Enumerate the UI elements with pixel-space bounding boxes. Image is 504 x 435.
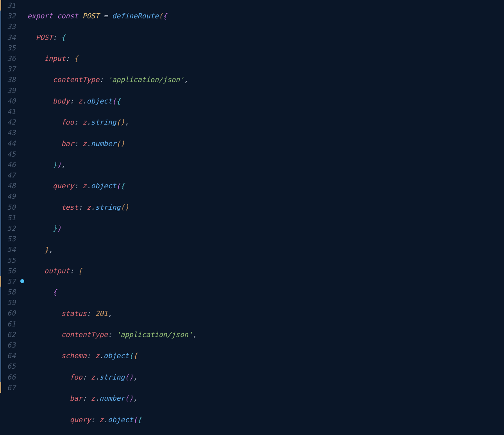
code-line[interactable]: schema: z.object({ [27,350,504,361]
line-number: 57 [0,276,16,287]
code-line[interactable]: { [27,287,504,297]
line-number: 51 [0,212,16,223]
code-line[interactable]: status: 201, [27,308,504,319]
line-number: 56 [0,266,16,276]
code-line[interactable]: }) [27,223,504,234]
code-line[interactable]: test: z.string() [27,202,504,212]
code-line[interactable]: bar: z.number(), [27,393,504,403]
code-line[interactable]: POST: { [27,32,504,43]
code-line[interactable]: contentType: 'application/json', [27,329,504,340]
code-line[interactable]: query: z.object({ [27,180,504,191]
line-number: 67 [0,382,16,393]
line-number: 40 [0,96,16,106]
code-line[interactable]: body: z.object({ [27,96,504,106]
glyph-margin [19,0,27,435]
line-number: 38 [0,74,16,85]
line-number: 34 [0,32,16,43]
line-number: 58 [0,287,16,297]
code-line[interactable]: }, [27,244,504,255]
line-number: 44 [0,138,16,148]
line-number: 31 [0,0,16,11]
code-line[interactable]: input: { [27,53,504,64]
line-number: 66 [0,372,16,382]
line-number: 36 [0,53,16,64]
code-line[interactable]: contentType: 'application/json', [27,74,504,85]
line-number: 52 [0,223,16,234]
line-number: 37 [0,64,16,74]
line-number: 54 [0,244,16,255]
line-number-gutter: 31 32 33 34 35 36 37 38 39 40 41 42 43 4… [0,0,19,435]
line-number: 43 [0,127,16,138]
line-number: 33 [0,21,16,32]
code-editor[interactable]: 31 32 33 34 35 36 37 38 39 40 41 42 43 4… [0,0,504,435]
line-number: 35 [0,43,16,53]
code-line[interactable]: query: z.object({ [27,414,504,425]
line-number: 55 [0,255,16,266]
code-line[interactable]: bar: z.number() [27,138,504,149]
line-number: 45 [0,149,16,159]
code-line[interactable]: foo: z.string(), [27,117,504,127]
line-number: 49 [0,191,16,201]
line-number: 61 [0,319,16,329]
line-number: 46 [0,159,16,170]
line-number: 48 [0,180,16,191]
line-number: 47 [0,170,16,180]
code-line[interactable]: }), [27,159,504,170]
line-number: 32 [0,11,16,21]
line-number: 39 [0,85,16,96]
line-number: 60 [0,308,16,318]
line-number: 62 [0,329,16,340]
line-number: 41 [0,106,16,117]
line-number: 50 [0,202,16,212]
line-number: 53 [0,234,16,244]
line-number: 65 [0,361,16,371]
line-number: 64 [0,350,16,361]
code-line[interactable]: export const POST = defineRoute({ [27,11,504,21]
line-number: 42 [0,117,16,127]
line-number: 63 [0,340,16,350]
breakpoint-hint-icon[interactable] [19,276,27,287]
line-number: 59 [0,297,16,308]
code-line[interactable]: foo: z.string(), [27,372,504,382]
code-area[interactable]: export const POST = defineRoute({ POST: … [27,0,504,435]
code-line[interactable]: output: [ [27,266,504,276]
